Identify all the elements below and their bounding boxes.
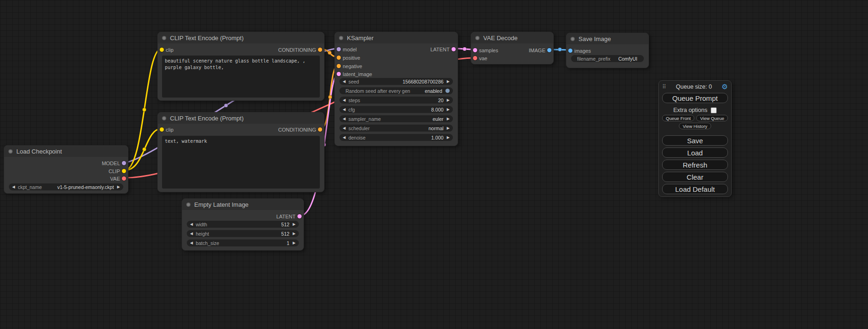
load-button[interactable]: Load — [662, 147, 728, 158]
latent-port-dot[interactable] — [452, 47, 456, 51]
decrement-arrow-icon[interactable]: ◀ — [190, 241, 193, 245]
output-slot-image[interactable]: IMAGE — [471, 46, 553, 54]
increment-arrow-icon[interactable]: ▶ — [447, 117, 450, 121]
widget-value: normal — [376, 126, 444, 131]
view-queue-button[interactable]: View Queue — [696, 115, 728, 121]
widget-filename-prefix[interactable]: filename_prefix ComfyUI — [571, 55, 644, 62]
input-slot-images[interactable]: images — [566, 47, 649, 55]
load-default-button[interactable]: Load Default — [662, 184, 728, 194]
decrement-arrow-icon[interactable]: ◀ — [343, 98, 346, 102]
widget-seed[interactable]: ◀ seed 156680208700286 ▶ — [339, 78, 453, 85]
output-slot-model[interactable]: MODEL — [4, 159, 128, 167]
input-slot-latent-image[interactable]: latent_image — [335, 70, 458, 78]
drag-handle-icon[interactable]: ⠿ — [662, 84, 666, 90]
widget-steps[interactable]: ◀ steps 20 ▶ — [339, 97, 453, 104]
queue-front-button[interactable]: Queue Front — [662, 115, 694, 121]
node-header[interactable]: VAE Decode — [471, 32, 553, 43]
node-header[interactable]: Save Image — [566, 33, 649, 44]
node-collapse-dot[interactable] — [162, 116, 166, 120]
decrement-arrow-icon[interactable]: ◀ — [343, 136, 346, 140]
output-slot-latent[interactable]: LATENT — [335, 45, 458, 53]
decrement-arrow-icon[interactable]: ◀ — [190, 223, 193, 226]
extra-options-checkbox[interactable] — [711, 107, 717, 113]
latent-port-dot[interactable] — [297, 214, 302, 218]
save-button[interactable]: Save — [662, 135, 728, 146]
output-slot-clip[interactable]: CLIP — [4, 167, 128, 175]
node-collapse-dot[interactable] — [571, 37, 575, 41]
model-port-dot[interactable] — [122, 161, 126, 165]
widget-ckpt-name[interactable]: ◀ ckpt_name v1-5-pruned-emaonly.ckpt ▶ — [9, 183, 123, 190]
extra-options-row: Extra options — [659, 107, 731, 113]
node-clip-text-encode-positive[interactable]: CLIP Text Encode (Prompt) clip CONDITION… — [157, 32, 325, 101]
widget-denoise[interactable]: ◀ denoise 1.000 ▶ — [339, 134, 453, 141]
node-header[interactable]: CLIP Text Encode (Prompt) — [158, 32, 324, 43]
increment-arrow-icon[interactable]: ▶ — [447, 126, 450, 130]
input-slot-vae[interactable]: vae — [471, 54, 553, 62]
node-save-image[interactable]: Save Image images filename_prefix ComfyU… — [566, 33, 649, 68]
output-slot-vae[interactable]: VAE — [4, 175, 128, 182]
conditioning-port-dot[interactable] — [337, 56, 341, 60]
output-slot-latent[interactable]: LATENT — [182, 212, 303, 220]
node-vae-decode[interactable]: VAE Decode samples IMAGE vae — [471, 32, 554, 64]
conditioning-port-dot[interactable] — [318, 127, 322, 132]
widget-sampler-name[interactable]: ◀ sampler_name euler ▶ — [339, 115, 453, 122]
image-port-dot[interactable] — [568, 49, 572, 53]
conditioning-port-dot[interactable] — [337, 64, 341, 68]
widget-height[interactable]: ◀ height 512 ▶ — [187, 230, 299, 237]
increment-arrow-icon[interactable]: ▶ — [293, 223, 296, 226]
output-slot-conditioning[interactable]: CONDITIONING — [158, 46, 324, 54]
settings-gear-icon[interactable]: ⚙ — [722, 83, 728, 90]
node-header[interactable]: Load Checkpoint — [4, 146, 128, 157]
input-slot-positive[interactable]: positive — [335, 54, 458, 62]
decrement-arrow-icon[interactable]: ◀ — [12, 185, 15, 189]
positive-prompt-textarea[interactable]: beautiful scenery nature glass bottle la… — [162, 56, 320, 98]
widget-value: v1-5-pruned-emaonly.ckpt — [48, 184, 114, 190]
decrement-arrow-icon[interactable]: ◀ — [343, 108, 346, 112]
node-collapse-dot[interactable] — [475, 36, 480, 40]
widget-batch-size[interactable]: ◀ batch_size 1 ▶ — [187, 239, 299, 246]
image-port-dot[interactable] — [547, 48, 551, 52]
widget-value: 1.000 — [372, 135, 444, 140]
vae-port-dot[interactable] — [122, 176, 126, 181]
node-load-checkpoint[interactable]: Load Checkpoint MODEL CLIP VAE ◀ ckpt_na… — [4, 145, 128, 194]
widget-value: 20 — [366, 98, 444, 103]
increment-arrow-icon[interactable]: ▶ — [447, 80, 450, 84]
decrement-arrow-icon[interactable]: ◀ — [190, 232, 193, 236]
decrement-arrow-icon[interactable]: ◀ — [343, 126, 346, 130]
node-collapse-dot[interactable] — [162, 36, 166, 40]
clear-button[interactable]: Clear — [662, 172, 728, 182]
increment-arrow-icon[interactable]: ▶ — [447, 136, 450, 140]
node-collapse-dot[interactable] — [186, 203, 191, 207]
node-ksampler[interactable]: KSampler model LATENT positive negative … — [334, 32, 458, 146]
negative-prompt-textarea[interactable]: text, watermark — [162, 136, 320, 189]
node-header[interactable]: KSampler — [335, 32, 458, 43]
random-seed-toggle-dot[interactable] — [445, 89, 450, 93]
node-clip-text-encode-negative[interactable]: CLIP Text Encode (Prompt) clip CONDITION… — [157, 112, 325, 192]
increment-arrow-icon[interactable]: ▶ — [447, 108, 450, 112]
clip-port-dot[interactable] — [122, 169, 126, 173]
increment-arrow-icon[interactable]: ▶ — [447, 98, 450, 102]
view-history-button[interactable]: View History — [679, 123, 711, 129]
increment-arrow-icon[interactable]: ▶ — [117, 185, 120, 189]
widget-random-seed[interactable]: Random seed after every gen enabled — [339, 87, 453, 94]
node-header[interactable]: CLIP Text Encode (Prompt) — [158, 112, 324, 124]
node-collapse-dot[interactable] — [8, 149, 13, 154]
node-collapse-dot[interactable] — [339, 36, 343, 40]
increment-arrow-icon[interactable]: ▶ — [293, 232, 296, 236]
output-slot-conditioning[interactable]: CONDITIONING — [158, 126, 324, 133]
conditioning-port-dot[interactable] — [318, 48, 322, 52]
refresh-button[interactable]: Refresh — [662, 160, 728, 170]
increment-arrow-icon[interactable]: ▶ — [293, 241, 296, 245]
widget-cfg[interactable]: ◀ cfg 8.000 ▶ — [339, 106, 453, 113]
node-empty-latent-image[interactable]: Empty Latent Image LATENT ◀ width 512 ▶ … — [182, 198, 304, 251]
node-graph-canvas[interactable]: Load Checkpoint MODEL CLIP VAE ◀ ckpt_na… — [0, 0, 868, 329]
decrement-arrow-icon[interactable]: ◀ — [343, 117, 346, 121]
input-slot-negative[interactable]: negative — [335, 62, 458, 70]
node-header[interactable]: Empty Latent Image — [182, 199, 303, 210]
widget-scheduler[interactable]: ◀ scheduler normal ▶ — [339, 125, 453, 132]
queue-prompt-button[interactable]: Queue Prompt — [662, 93, 728, 103]
decrement-arrow-icon[interactable]: ◀ — [343, 80, 346, 84]
vae-port-dot[interactable] — [473, 56, 477, 60]
latent-port-dot[interactable] — [337, 72, 341, 76]
widget-width[interactable]: ◀ width 512 ▶ — [187, 221, 299, 228]
